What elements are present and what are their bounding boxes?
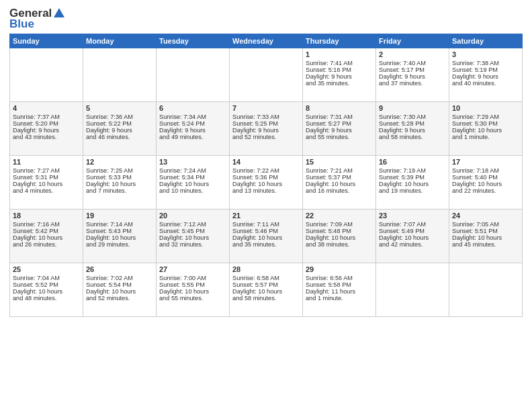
cell-text: Daylight: 10 hours [159, 181, 226, 187]
cell-text: Sunset: 5:34 PM [159, 174, 226, 181]
cell-text: and 45 minutes. [452, 241, 519, 248]
calendar-cell: 2Sunrise: 7:40 AMSunset: 5:17 PMDaylight… [376, 48, 449, 102]
cell-text: and 48 minutes. [13, 295, 80, 302]
cell-text: and 1 minute. [306, 295, 373, 302]
cell-text: Sunrise: 7:16 AM [13, 221, 80, 228]
cell-text: Daylight: 10 hours [306, 181, 373, 187]
col-header-thursday: Thursday [303, 34, 376, 48]
calendar-cell: 19Sunrise: 7:14 AMSunset: 5:43 PMDayligh… [83, 210, 157, 263]
cell-text: Daylight: 9 hours [159, 127, 226, 134]
cell-text: Daylight: 9 hours [452, 73, 519, 80]
calendar-cell: 5Sunrise: 7:36 AMSunset: 5:22 PMDaylight… [83, 102, 157, 156]
cell-text: and 52 minutes. [232, 134, 300, 140]
cell-text: Sunrise: 7:40 AM [379, 60, 446, 66]
cell-text: Sunset: 5:46 PM [232, 228, 300, 234]
cell-text: Sunrise: 7:04 AM [13, 275, 80, 281]
cell-text: Sunrise: 7:07 AM [379, 221, 446, 228]
cell-text: Daylight: 10 hours [232, 288, 300, 295]
cell-text: Daylight: 9 hours [306, 127, 373, 134]
cell-text: Sunset: 5:57 PM [232, 281, 300, 288]
cell-text: Sunset: 5:42 PM [13, 228, 80, 234]
day-number: 2 [379, 50, 446, 58]
week-row-3: 18Sunrise: 7:16 AMSunset: 5:42 PMDayligh… [10, 210, 523, 263]
calendar-cell: 24Sunrise: 7:05 AMSunset: 5:51 PMDayligh… [449, 210, 523, 263]
cell-text: Daylight: 10 hours [232, 234, 300, 241]
svg-marker-0 [54, 8, 64, 17]
cell-text: Sunrise: 7:12 AM [159, 221, 226, 228]
day-number: 16 [379, 158, 446, 166]
cell-text: Daylight: 9 hours [306, 73, 373, 80]
logo-icon [52, 7, 66, 20]
cell-text: and 32 minutes. [159, 241, 226, 248]
cell-text: Sunrise: 7:38 AM [452, 60, 519, 66]
cell-text: Sunset: 5:51 PM [452, 228, 519, 234]
day-number: 1 [306, 50, 373, 58]
cell-text: Daylight: 10 hours [13, 234, 80, 241]
cell-text: Daylight: 9 hours [232, 127, 300, 134]
calendar-cell: 29Sunrise: 6:56 AMSunset: 5:58 PMDayligh… [303, 263, 376, 317]
cell-text: Sunset: 5:54 PM [86, 281, 153, 288]
logo: General Blue [9, 7, 66, 31]
cell-text: Sunrise: 6:58 AM [232, 275, 300, 281]
cell-text: Sunrise: 7:34 AM [159, 113, 226, 120]
calendar-cell [230, 48, 303, 102]
cell-text: Sunset: 5:48 PM [306, 228, 373, 234]
calendar-cell: 13Sunrise: 7:24 AMSunset: 5:34 PMDayligh… [157, 156, 230, 210]
col-header-saturday: Saturday [449, 34, 523, 48]
cell-text: Sunset: 5:22 PM [86, 120, 153, 127]
day-number: 7 [232, 104, 300, 112]
cell-text: Daylight: 10 hours [379, 181, 446, 187]
cell-text: and 55 minutes. [159, 295, 226, 302]
col-header-friday: Friday [376, 34, 449, 48]
cell-text: Daylight: 10 hours [452, 127, 519, 134]
cell-text: and 35 minutes. [306, 80, 373, 87]
calendar-cell: 1Sunrise: 7:41 AMSunset: 5:16 PMDaylight… [303, 48, 376, 102]
cell-text: and 43 minutes. [13, 134, 80, 140]
cell-text: Sunrise: 7:02 AM [86, 275, 153, 281]
calendar-cell: 14Sunrise: 7:22 AMSunset: 5:36 PMDayligh… [230, 156, 303, 210]
week-row-0: 1Sunrise: 7:41 AMSunset: 5:16 PMDaylight… [10, 48, 523, 102]
day-number: 20 [159, 212, 226, 220]
day-number: 15 [306, 158, 373, 166]
day-number: 4 [13, 104, 80, 112]
cell-text: Daylight: 9 hours [13, 127, 80, 134]
cell-text: Daylight: 10 hours [379, 234, 446, 241]
cell-text: Sunrise: 7:25 AM [86, 167, 153, 174]
calendar-cell [449, 263, 523, 317]
cell-text: and 29 minutes. [86, 241, 153, 248]
calendar-cell: 23Sunrise: 7:07 AMSunset: 5:49 PMDayligh… [376, 210, 449, 263]
cell-text: Daylight: 9 hours [379, 127, 446, 134]
cell-text: Sunset: 5:45 PM [159, 228, 226, 234]
header: General Blue [9, 7, 523, 31]
calendar-cell: 17Sunrise: 7:18 AMSunset: 5:40 PMDayligh… [449, 156, 523, 210]
day-number: 6 [159, 104, 226, 112]
cell-text: Sunset: 5:28 PM [379, 120, 446, 127]
cell-text: and 16 minutes. [306, 187, 373, 194]
cell-text: Daylight: 10 hours [13, 288, 80, 295]
logo-blue-text: Blue [9, 17, 34, 31]
cell-text: Sunset: 5:49 PM [379, 228, 446, 234]
calendar-table: SundayMondayTuesdayWednesdayThursdayFrid… [9, 34, 523, 317]
calendar-cell: 10Sunrise: 7:29 AMSunset: 5:30 PMDayligh… [449, 102, 523, 156]
calendar-cell: 15Sunrise: 7:21 AMSunset: 5:37 PMDayligh… [303, 156, 376, 210]
calendar-cell: 20Sunrise: 7:12 AMSunset: 5:45 PMDayligh… [157, 210, 230, 263]
day-number: 29 [306, 265, 373, 273]
cell-text: and 26 minutes. [13, 241, 80, 248]
cell-text: Sunrise: 7:29 AM [452, 113, 519, 120]
cell-text: Sunrise: 7:21 AM [306, 167, 373, 174]
cell-text: Sunrise: 7:11 AM [232, 221, 300, 228]
cell-text: and 49 minutes. [159, 134, 226, 140]
cell-text: Daylight: 10 hours [86, 288, 153, 295]
day-number: 27 [159, 265, 226, 273]
calendar-cell: 25Sunrise: 7:04 AMSunset: 5:52 PMDayligh… [10, 263, 83, 317]
cell-text: Daylight: 10 hours [232, 181, 300, 187]
day-number: 13 [159, 158, 226, 166]
day-number: 14 [232, 158, 300, 166]
cell-text: Daylight: 10 hours [86, 234, 153, 241]
cell-text: and 35 minutes. [232, 241, 300, 248]
cell-text: and 46 minutes. [86, 134, 153, 140]
cell-text: Daylight: 10 hours [452, 181, 519, 187]
cell-text: and 40 minutes. [452, 80, 519, 87]
cell-text: Daylight: 9 hours [86, 127, 153, 134]
calendar-cell [10, 48, 83, 102]
